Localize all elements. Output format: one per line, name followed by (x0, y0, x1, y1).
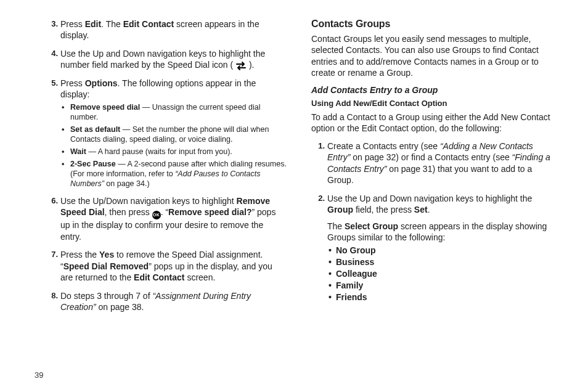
speed-dial-icon (235, 62, 247, 70)
text: on page 32) or find a Contacts entry (se… (350, 152, 512, 162)
bold: Edit Contact (123, 19, 174, 29)
bold: Friends (336, 292, 367, 302)
step-8: Do steps 3 through 7 of “Assignment Duri… (60, 290, 287, 313)
text: . “ (161, 207, 168, 217)
step-1: Create a Contacts entry (see “Adding a N… (327, 141, 553, 186)
text: — A hard pause (waits for input from you… (86, 147, 232, 156)
text: screen. (185, 272, 216, 282)
group-item: Friends (336, 292, 553, 303)
step-5: Press Options. The following options app… (60, 78, 287, 189)
group-item: Family (336, 280, 553, 291)
right-column: Contacts Groups Contact Groups let you e… (311, 18, 553, 320)
text: Use the Up and Down navigation keys to h… (327, 194, 532, 203)
text: . (428, 205, 430, 214)
bold: Options (85, 78, 118, 88)
section-intro: Contact Groups let you easily send messa… (311, 33, 553, 79)
text: ). (247, 60, 254, 70)
bold: Business (336, 257, 374, 267)
text: Do steps 3 through 7 of (60, 291, 152, 301)
text: Use the Up and Down navigation keys to h… (60, 49, 265, 70)
group-item: No Group (336, 245, 553, 256)
option-wait: Wait — A hard pause (waits for input fro… (70, 147, 287, 157)
text: The (327, 221, 345, 231)
page-number: 39 (35, 370, 43, 380)
bold: Speed Dial Removed (63, 261, 149, 271)
bold: 2-Sec Pause (70, 160, 116, 168)
bold: No Group (336, 245, 376, 255)
section-heading-contacts-groups: Contacts Groups (311, 18, 553, 30)
followup-paragraph: The Select Group screen appears in the d… (327, 221, 553, 243)
bold: Colleague (336, 269, 377, 279)
step-7: Press the Yes to remove the Speed Dial a… (60, 249, 287, 283)
step-4: Use the Up and Down navigation keys to h… (60, 48, 287, 71)
option-remove-speed-dial: Remove speed dial — Unassign the current… (70, 102, 287, 122)
bold: Edit (85, 19, 101, 29)
bold: Group (327, 205, 353, 214)
text: on page 34.) (104, 179, 150, 188)
text: Create a Contacts entry (see (327, 141, 440, 151)
options-list: Remove speed dial — Unassign the current… (60, 102, 287, 189)
option-2sec-pause: 2-Sec Pause — A 2-second pause after whi… (70, 159, 287, 189)
text: Press the (60, 250, 99, 259)
lead-text: To add a Contact to a Group using either… (311, 112, 553, 134)
bold: Family (336, 280, 363, 290)
text: , then press (105, 207, 152, 217)
bold: Set (414, 205, 428, 214)
steps-list-right: Create a Contacts entry (see “Adding a N… (311, 141, 553, 303)
group-item: Business (336, 256, 553, 267)
group-list: No Group Business Colleague Family Frien… (327, 245, 553, 303)
step-6: Use the Up/Down navigation keys to highl… (60, 195, 287, 242)
ok-icon: OK (152, 211, 161, 219)
step-2: Use the Up and Down navigation keys to h… (327, 193, 553, 303)
bold: Select Group (345, 221, 398, 231)
text: Press (60, 19, 85, 29)
text: . The (101, 19, 123, 29)
bold: Set as default (70, 125, 120, 134)
bold: Edit Contact (134, 272, 184, 282)
columns: Press Edit. The Edit Contact screen appe… (44, 18, 553, 320)
text: field, the press (353, 205, 414, 214)
bold: Wait (70, 147, 86, 156)
steps-list-left: Press Edit. The Edit Contact screen appe… (44, 18, 287, 313)
subsub-heading: Using Add New/Edit Contact Option (311, 99, 553, 108)
text: Use the Up/Down navigation keys to highl… (60, 196, 237, 206)
subheading-add-to-group: Add Contacts Entry to a Group (311, 85, 553, 95)
bold: Remove speed dial (70, 103, 140, 112)
option-set-as-default: Set as default — Set the number the phon… (70, 125, 287, 144)
text: on page 38. (96, 302, 144, 312)
left-column: Press Edit. The Edit Contact screen appe… (44, 18, 287, 320)
bold: Yes (99, 250, 114, 259)
bold: Remove speed dial? (168, 207, 251, 217)
step-3: Press Edit. The Edit Contact screen appe… (60, 18, 287, 41)
group-item: Colleague (336, 268, 553, 279)
text: Press (60, 78, 85, 88)
page: Press Edit. The Edit Contact screen appe… (0, 0, 588, 392)
